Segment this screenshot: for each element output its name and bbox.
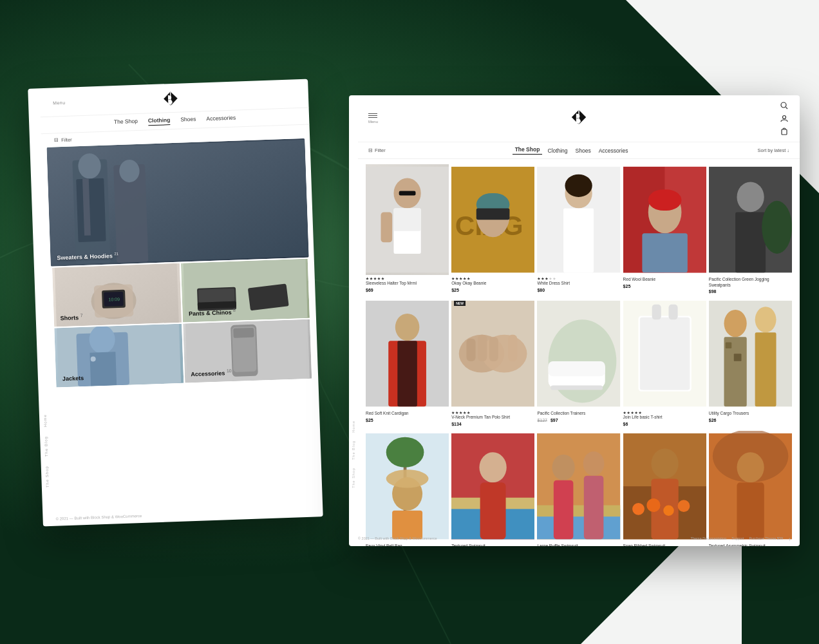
product-image-12 <box>451 431 534 542</box>
svg-rect-15 <box>198 289 235 303</box>
svg-point-100 <box>583 451 605 476</box>
product-info-7: V-Neck Premium Tan Polo Shirt $134 <box>451 409 534 428</box>
cat-pants-label: Pants & Chinos 8 <box>189 308 236 317</box>
nav-clothing-left[interactable]: Clothing <box>148 117 171 126</box>
product-card-13[interactable]: Large Ruffle Swimsuit $39 <box>537 431 620 546</box>
sort-label: Sort by latest <box>757 147 786 153</box>
nav-shop-right[interactable]: The Shop <box>513 146 543 155</box>
svg-rect-101 <box>584 476 604 540</box>
right-footer: © 2021 — Built with Block Shop & WooComm… <box>358 536 791 542</box>
product-info-13: Large Ruffle Swimsuit $39 <box>537 542 620 546</box>
product-image-11 <box>366 431 449 542</box>
footer-support[interactable]: Support <box>731 536 744 542</box>
product-card-3[interactable]: White Dress Shirt $80 <box>537 164 620 296</box>
product-name-4: Red Wool Beanie <box>623 277 706 282</box>
product-info-9: Join Life basic T-shirt $6 <box>623 409 706 428</box>
svg-point-109 <box>677 500 690 512</box>
product-stars-7 <box>451 411 534 414</box>
product-card-10[interactable]: Utility Cargo Trousers $26 <box>709 298 792 428</box>
category-accessories[interactable]: Accessories 10 <box>183 319 312 383</box>
sidebar-shop-right[interactable]: The Shop <box>352 468 355 488</box>
filter-right[interactable]: ⊟ Filter <box>368 147 386 153</box>
product-card-15[interactable]: Textured Asymmetric Swimsuit $25 <box>709 431 792 546</box>
svg-point-45 <box>565 175 592 197</box>
nav-clothing-right[interactable]: Clothing <box>545 147 570 154</box>
svg-point-53 <box>737 182 764 212</box>
product-info-14: Snap Ribbed Swimsuit $39 <box>623 542 706 546</box>
hero-svg <box>46 138 308 267</box>
product-info-2: Okay Okay Beanie $25 <box>451 275 534 294</box>
footer-purchase[interactable]: Purchase Theme $39 <box>749 536 784 542</box>
nav-accessories-left[interactable]: Accessories <box>206 115 236 124</box>
right-footer-left: © 2021 — Built with Block Shop & WooComm… <box>358 536 437 542</box>
footer-scroll-top-icon[interactable]: ↑ <box>788 536 791 542</box>
nav-the-shop-left[interactable]: The Shop <box>114 118 138 127</box>
svg-rect-26 <box>233 328 254 338</box>
product-image-10 <box>709 298 792 409</box>
svg-rect-83 <box>734 354 742 361</box>
sidebar-item-shop-left[interactable]: The Shop <box>45 466 50 488</box>
product-price-2: $25 <box>451 288 534 292</box>
product-card-4[interactable]: Red Wool Beanie $25 <box>623 164 706 296</box>
product-card-11[interactable]: Faux Vinyl Belt Bag $13 <box>366 431 449 546</box>
category-pants[interactable]: Pants & Chinos 8 <box>180 259 310 323</box>
svg-rect-30 <box>782 129 787 135</box>
svg-point-108 <box>663 505 673 515</box>
right-footer-links: Theme Documentation Support Purchase The… <box>691 536 791 542</box>
nav-accessories-right[interactable]: Accessories <box>596 147 631 154</box>
svg-rect-97 <box>537 505 620 516</box>
menu-text-right: Menu <box>368 120 378 124</box>
original-price-8: $127 <box>537 418 547 422</box>
right-header-icons <box>779 100 789 137</box>
svg-point-55 <box>762 201 792 254</box>
product-name-6: Red Soft Knit Cardigan <box>366 411 449 416</box>
nav-shoes-left[interactable]: Shoes <box>180 116 196 125</box>
filter-icon-left: ⊟ <box>54 137 59 143</box>
category-shorts[interactable]: 10:09 Shorts 7 <box>52 263 182 327</box>
product-name-12: Textured Swimsuit <box>451 544 534 546</box>
menu-label-right[interactable]: Menu <box>368 113 378 124</box>
product-card-5[interactable]: Pacific Collection Green Jogging Sweatpa… <box>709 164 792 296</box>
left-window: Home The Blog The Shop Menu The Shop Clo… <box>28 79 323 527</box>
svg-rect-77 <box>709 301 792 406</box>
svg-rect-99 <box>554 480 574 540</box>
product-name-2: Okay Okay Beanie <box>451 281 534 286</box>
product-card-14[interactable]: Snap Ribbed Swimsuit $39 <box>623 431 706 546</box>
svg-rect-70 <box>549 361 605 376</box>
category-jackets[interactable]: Jackets <box>54 324 184 388</box>
product-price-1: $69 <box>366 288 449 292</box>
svg-rect-66 <box>508 335 517 361</box>
svg-point-29 <box>783 116 786 119</box>
svg-rect-59 <box>397 341 417 406</box>
product-image-7: NEW <box>451 298 534 409</box>
product-info-12: Textured Swimsuit $59 <box>451 542 534 546</box>
product-image-2: CIAG <box>451 164 534 275</box>
menu-label-left[interactable]: Menu <box>53 100 66 105</box>
product-card-9[interactable]: Join Life basic T-shirt $6 <box>623 298 706 428</box>
product-info-5: Pacific Collection Green Jogging Sweatpa… <box>709 275 792 296</box>
svg-point-88 <box>386 469 429 488</box>
product-name-11: Faux Vinyl Belt Bag <box>366 544 449 546</box>
product-card-7[interactable]: NEW V-Neck Premium Tan Polo Shirt $134 <box>451 298 534 428</box>
nav-shoes-right[interactable]: Shoes <box>573 147 594 154</box>
logo-icon-right <box>570 108 588 126</box>
product-card-8[interactable]: Pacific Collection Trainers $127 $97 <box>537 298 620 428</box>
svg-rect-34 <box>393 209 420 231</box>
footer-theme-docs[interactable]: Theme Documentation <box>691 536 727 542</box>
svg-rect-36 <box>381 212 392 242</box>
new-badge-7: NEW <box>454 301 466 306</box>
product-card-6[interactable]: Red Soft Knit Cardigan $25 <box>366 298 449 428</box>
product-image-13 <box>537 431 620 542</box>
right-nav-items: The Shop Clothing Shoes Accessories <box>513 146 631 155</box>
svg-point-93 <box>480 452 507 482</box>
product-card-2[interactable]: CIAG Okay Okay Beanie $25 <box>451 164 534 296</box>
product-card-12[interactable]: Textured Swimsuit $59 <box>451 431 534 546</box>
product-name-8: Pacific Collection Trainers <box>537 411 620 416</box>
svg-line-28 <box>786 108 788 109</box>
cart-icon[interactable] <box>779 126 789 137</box>
search-icon[interactable] <box>779 100 789 111</box>
sort-by-dropdown[interactable]: Sort by latest ↓ <box>757 147 789 153</box>
account-icon[interactable] <box>779 113 789 124</box>
product-card-1[interactable]: Sleeveless Halter Top Mrml $69 <box>366 164 449 296</box>
product-info-4: Red Wool Beanie $25 <box>623 275 706 290</box>
